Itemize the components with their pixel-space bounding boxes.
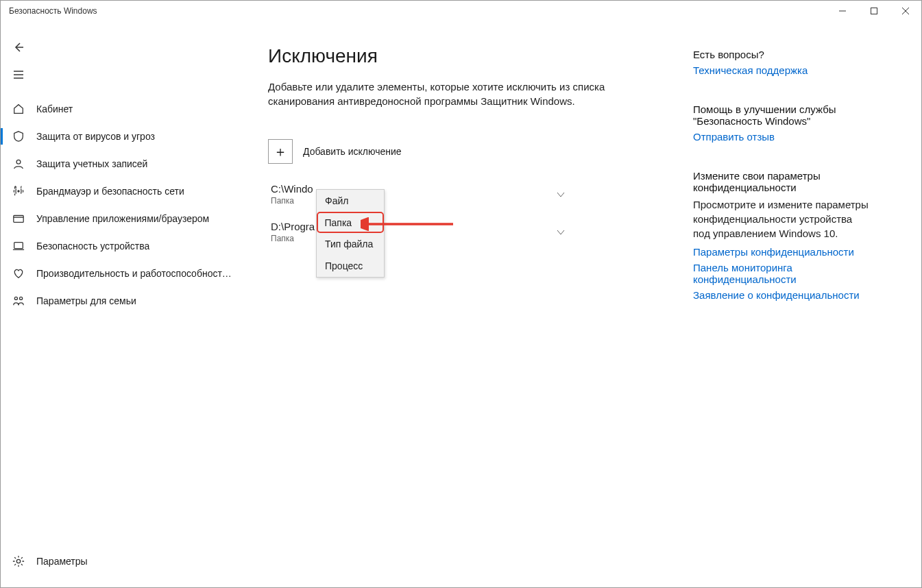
nav-label: Параметры для семьи (36, 295, 136, 306)
nav-item-virus[interactable]: Защита от вирусов и угроз (1, 123, 234, 150)
nav-item-device-security[interactable]: Безопасность устройства (1, 232, 234, 260)
nav-label: Брандмауэр и безопасность сети (36, 186, 184, 197)
heart-icon (12, 267, 25, 280)
family-icon (12, 294, 25, 308)
svg-point-14 (14, 297, 17, 299)
svg-rect-1 (871, 8, 877, 14)
help-link-support[interactable]: Техническая поддержка (693, 64, 871, 76)
nav-label: Кабинет (36, 103, 73, 114)
hamburger-icon (13, 69, 24, 80)
nav-item-account[interactable]: Защита учетных записей (1, 150, 234, 177)
nav-item-app-browser[interactable]: Управление приложениями/браузером (1, 205, 234, 232)
nav-item-performance[interactable]: Производительность и работоспособность у… (1, 260, 234, 287)
window-maximize-button[interactable] (858, 1, 890, 21)
window-title: Безопасность Windows (9, 6, 827, 16)
device-security-icon (12, 239, 25, 253)
exclusion-row[interactable]: D:\Progra Папка (271, 215, 566, 253)
help-link-privacy-dashboard[interactable]: Панель мониторинга конфиденциальности (693, 262, 871, 285)
nav-list: Кабинет Защита от вирусов и угроз Защита… (1, 95, 234, 315)
hamburger-button[interactable] (1, 61, 234, 88)
exclusion-path: D:\Progra (271, 221, 315, 232)
help-section-questions: Есть вопросы? Техническая поддержка (693, 49, 871, 76)
close-icon (902, 8, 909, 14)
menu-item-filetype[interactable]: Тип файла (317, 233, 384, 255)
body: Кабинет Защита от вирусов и угроз Защита… (1, 21, 921, 587)
minimize-icon (839, 8, 846, 14)
svg-point-16 (16, 559, 20, 563)
page-description: Добавьте или удалите элементы, которые х… (268, 79, 624, 108)
help-section-improve: Помощь в улучшении службы "Безопасность … (693, 103, 871, 143)
network-icon (12, 184, 25, 198)
gear-icon (12, 554, 25, 568)
menu-item-process[interactable]: Процесс (317, 255, 384, 277)
content: Исключения Добавьте или удалите элементы… (268, 45, 652, 587)
home-icon (12, 102, 25, 116)
window-close-button[interactable] (890, 1, 921, 21)
window-minimize-button[interactable] (827, 1, 858, 21)
add-exclusion-menu: Файл Папка Тип файла Процесс (316, 189, 385, 278)
svg-rect-12 (14, 243, 23, 249)
svg-point-8 (16, 160, 21, 164)
exclusion-row[interactable]: C:\Windo Папка (271, 177, 566, 215)
help-section-privacy: Измените свои параметры конфиденциальнос… (693, 170, 871, 301)
window: Безопасность Windows Кабинет (0, 0, 922, 588)
help-column: Есть вопросы? Техническая поддержка Помо… (693, 45, 871, 587)
back-arrow-icon (13, 42, 24, 53)
menu-item-folder[interactable]: Папка (317, 212, 384, 233)
nav-label: Управление приложениями/браузером (36, 213, 209, 224)
nav-item-family[interactable]: Параметры для семьи (1, 287, 234, 315)
nav-label: Производительность и работоспособность у… (36, 268, 234, 279)
svg-rect-10 (14, 216, 23, 223)
nav-item-firewall[interactable]: Брандмауэр и безопасность сети (1, 177, 234, 205)
exclusion-path: C:\Windo (271, 183, 313, 195)
nav-label: Безопасность устройства (36, 241, 149, 252)
add-exclusion-label: Добавить исключение (303, 146, 402, 157)
exclusion-kind: Папка (271, 196, 313, 206)
sidebar: Кабинет Защита от вирусов и угроз Защита… (1, 21, 234, 587)
help-title: Есть вопросы? (693, 49, 871, 60)
help-link-feedback[interactable]: Отправить отзыв (693, 131, 871, 143)
page-title: Исключения (268, 45, 652, 67)
nav-item-settings[interactable]: Параметры (1, 548, 234, 575)
svg-point-9 (18, 191, 19, 192)
svg-point-15 (20, 297, 23, 299)
chevron-down-icon (556, 228, 566, 237)
exclusion-kind: Папка (271, 234, 315, 243)
maximize-icon (871, 8, 877, 14)
menu-item-file[interactable]: Файл (317, 190, 384, 212)
help-title: Измените свои параметры конфиденциальнос… (693, 170, 871, 193)
account-icon (12, 157, 25, 171)
shield-icon (12, 130, 25, 143)
help-text: Просмотрите и измените параметры конфиде… (693, 197, 871, 241)
add-exclusion-button[interactable]: ＋ Добавить исключение (268, 139, 652, 164)
nav-label: Защита учетных записей (36, 158, 147, 169)
help-title: Помощь в улучшении службы "Безопасность … (693, 103, 871, 127)
titlebar: Безопасность Windows (1, 1, 921, 21)
help-link-privacy-settings[interactable]: Параметры конфиденциальности (693, 246, 871, 258)
app-browser-icon (12, 212, 25, 225)
help-link-privacy-statement[interactable]: Заявление о конфиденциальности (693, 289, 871, 301)
nav-item-home[interactable]: Кабинет (1, 95, 234, 123)
nav-label: Защита от вирусов и угроз (36, 131, 155, 142)
plus-icon: ＋ (268, 139, 293, 164)
nav-label: Параметры (36, 556, 88, 567)
main: Исключения Добавьте или удалите элементы… (234, 21, 921, 587)
back-button[interactable] (1, 34, 234, 61)
chevron-down-icon (556, 190, 566, 199)
